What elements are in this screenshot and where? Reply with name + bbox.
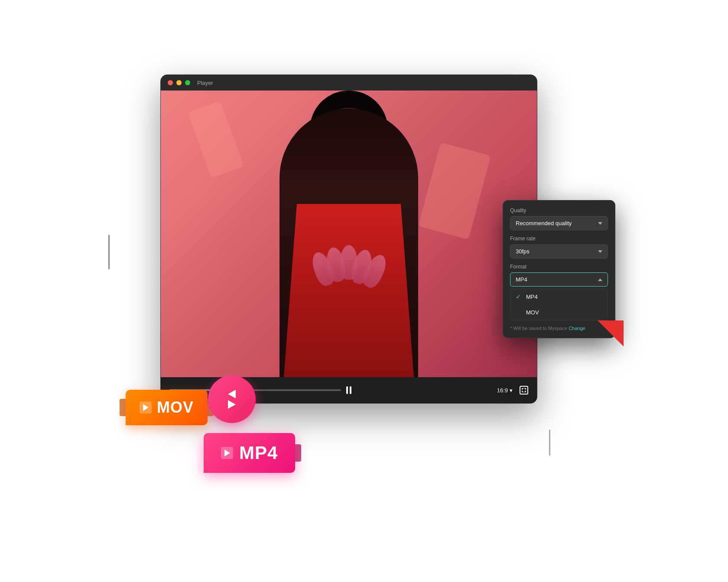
mp4-check-icon: ✓ — [516, 293, 523, 300]
format-section: Format MP4 ✓ MP4 ✓ MOV — [510, 264, 608, 320]
quality-value: Recommended quality — [516, 220, 572, 226]
controls-center — [341, 382, 357, 398]
quality-chevron-down-icon — [598, 222, 602, 225]
fullscreen-button[interactable] — [520, 386, 528, 394]
person-figure — [266, 91, 431, 377]
mp4-play-icon — [221, 447, 233, 459]
format-option-mov[interactable]: ✓ MOV — [510, 304, 608, 320]
bg-shape-2 — [188, 101, 244, 178]
aspect-ratio-button[interactable]: 16:9 ▾ — [497, 387, 513, 394]
framerate-label: Frame rate — [510, 236, 608, 242]
mp4-play-triangle — [224, 449, 230, 456]
mp4-badge: MP4 — [204, 433, 295, 473]
mov-play-triangle — [143, 404, 149, 411]
change-link[interactable]: Change — [569, 326, 585, 331]
player-window: Player — [160, 74, 537, 404]
convert-arrow-badge[interactable] — [208, 375, 256, 423]
format-dropdown-list: ✓ MP4 ✓ MOV — [510, 288, 608, 320]
video-frame — [161, 91, 537, 377]
mov-play-icon — [140, 401, 152, 414]
mp4-handle-right — [295, 444, 301, 462]
fullscreen-icon — [522, 388, 526, 392]
mp4-label: MP4 — [239, 443, 278, 463]
format-option-mov-label: MOV — [526, 309, 539, 316]
format-option-mp4-label: MP4 — [526, 294, 538, 300]
framerate-dropdown[interactable]: 30fps — [510, 244, 608, 259]
footer-text: * Will be saved to Myspace — [510, 326, 567, 331]
format-label: Format — [510, 264, 608, 270]
format-chevron-up-icon — [598, 278, 602, 281]
red-corner-accent — [598, 320, 624, 346]
quality-section: Quality Recommended quality — [510, 207, 608, 230]
player-titlebar: Player — [161, 75, 537, 91]
quality-label: Quality — [510, 207, 608, 213]
quality-dropdown[interactable]: Recommended quality — [510, 216, 608, 230]
titlebar-close-dot[interactable] — [168, 80, 173, 85]
deco-line-left — [108, 235, 110, 269]
arrow-left-icon — [228, 390, 236, 398]
mov-badge: MOV — [126, 390, 208, 425]
deco-line-mp4 — [549, 430, 550, 456]
mov-label: MOV — [157, 398, 194, 417]
panel-footer: * Will be saved to Myspace Change — [510, 326, 608, 331]
framerate-section: Frame rate 30fps — [510, 236, 608, 259]
controls-right: 16:9 ▾ — [357, 386, 528, 394]
titlebar-minimize-dot[interactable] — [176, 80, 182, 85]
format-option-mp4[interactable]: ✓ MP4 — [510, 289, 608, 304]
titlebar-expand-dot[interactable] — [185, 80, 190, 85]
pause-bar-2 — [350, 386, 351, 394]
player-title: Player — [197, 80, 213, 86]
quality-panel: Quality Recommended quality Frame rate 3… — [503, 200, 615, 338]
mov-handle-left — [120, 399, 126, 416]
format-value: MP4 — [516, 276, 527, 283]
pause-icon — [346, 386, 351, 394]
pause-bar-1 — [346, 386, 348, 394]
framerate-value: 30fps — [516, 248, 530, 255]
framerate-chevron-down-icon — [598, 250, 602, 253]
player-content — [161, 91, 537, 377]
arrows-container — [228, 390, 236, 409]
pause-button[interactable] — [341, 382, 357, 398]
feathers — [314, 247, 401, 299]
arrow-right-icon — [228, 400, 236, 409]
ratio-chevron-icon: ▾ — [510, 387, 513, 394]
format-dropdown[interactable]: MP4 — [510, 272, 608, 287]
